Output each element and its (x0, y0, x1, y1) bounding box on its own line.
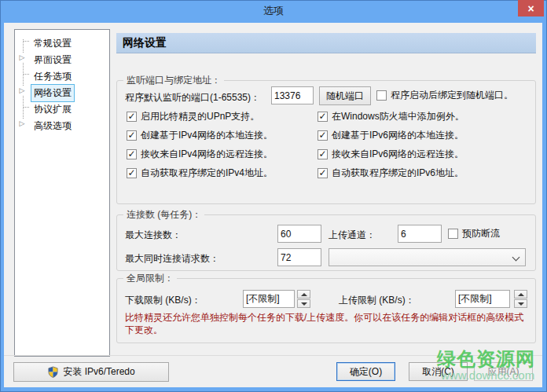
random-port-button[interactable]: 随机端口 (319, 86, 371, 105)
tree-expander-icon[interactable]: ▷ (17, 119, 27, 128)
install-ipv6-teredo-button[interactable]: 安装 IPv6/Teredo (13, 362, 169, 382)
port-input[interactable] (271, 86, 314, 104)
checkbox-box[interactable] (318, 112, 328, 122)
checkbox-box[interactable] (127, 149, 137, 159)
upload-limit-spinner (514, 290, 527, 308)
tree-leaf-connector (23, 41, 29, 42)
checkbox-label: 程序启动后绑定到随机端口。 (391, 90, 513, 101)
sidebar-item-network[interactable]: ▷ 网络设置 (15, 82, 109, 99)
checkbox-box[interactable] (127, 130, 137, 141)
upload-slots-input[interactable] (398, 225, 442, 243)
sidebar-item-tasks[interactable]: 任务选项 (15, 66, 109, 82)
max-requests-label: 最大同时连接请求数： (125, 253, 219, 264)
checkbox-label: 创建基于IPv6网络的本地连接。 (332, 130, 464, 141)
checkbox-label: 在Windows防火墙中添加例外。 (332, 111, 464, 122)
tree-leaf-connector (23, 107, 29, 108)
spin-up-button[interactable] (514, 290, 527, 299)
arrow-down-icon (301, 302, 307, 306)
port-label: 程序默认监听的端口(1-65535)： (125, 92, 260, 103)
checkbox-box[interactable] (318, 168, 328, 178)
arrow-up-icon (301, 293, 307, 296)
checkbox-box[interactable] (127, 168, 137, 178)
spin-up-button[interactable] (297, 290, 310, 299)
checkbox-ipv6-local[interactable]: 创建基于IPv6网络的本地连接。 (318, 130, 464, 141)
random-port-label: 随机端口 (326, 90, 364, 103)
page-title: 网络设置 (116, 33, 536, 53)
chevron-down-icon (512, 254, 520, 262)
dialog-client-area: 常规设置 ▷ 界面设置 任务选项 ▷ 网络设置 协议扩展 ▷ 高级选项 (4, 23, 542, 387)
checkbox-anti-leech[interactable]: 预防断流 (448, 228, 500, 239)
sidebar-item-protocol[interactable]: 协议扩展 (15, 99, 109, 115)
download-limit-label: 下载限制 (KB/s)： (125, 295, 201, 306)
checkbox-ipv4-remote[interactable]: 接收来自IPv4网络的远程连接。 (127, 148, 273, 159)
sidebar-item-interface[interactable]: ▷ 界面设置 (15, 49, 109, 66)
max-connections-label: 最大连接数： (125, 229, 182, 240)
options-dialog: 选项 × 常规设置 ▷ 界面设置 任务选项 ▷ 网络设置 (0, 0, 547, 392)
ok-button[interactable]: 确定(O) (336, 362, 395, 381)
download-limit-input[interactable] (243, 290, 295, 308)
arrow-down-icon (518, 302, 524, 306)
checkbox-label: 接收来自IPv4网络的远程连接。 (141, 148, 273, 159)
spin-down-button[interactable] (514, 299, 527, 308)
page-header: 网络设置 (116, 33, 536, 53)
group-global-limit: 全局限制： 下载限制 (KB/s)： 上传限制 (KB/s)： 比特精灵还允许您… (116, 278, 536, 343)
checkbox-label: 自动获取程序绑定的IPv4地址。 (141, 167, 273, 178)
group-caption: 监听端口与绑定地址： (123, 75, 224, 86)
checkbox-box[interactable] (376, 90, 387, 101)
per-task-limit-note: 比特精灵还允许您单独控制每个任务的下载/上传速度。你可以在该任务的编辑对话框的高… (125, 311, 530, 336)
tree-expander-icon[interactable]: ▷ (17, 86, 27, 95)
checkbox-ipv6-remote[interactable]: 接收来自IPv6网络的远程连接。 (318, 148, 464, 159)
tree-expander-icon[interactable]: ▷ (17, 53, 27, 62)
group-connections: 连接数 (每任务)： 最大连接数： 上传通道： 预防断流 最大同时连接请求数： (116, 214, 536, 271)
checkbox-firewall-exception[interactable]: 在Windows防火墙中添加例外。 (318, 111, 464, 122)
checkbox-label: 启用比特精灵的UPnP支持。 (141, 111, 259, 122)
sidebar-item-label[interactable]: 高级选项 (31, 117, 75, 135)
checkbox-bind-random-port[interactable]: 程序启动后绑定到随机端口。 (376, 90, 513, 101)
upload-limit-input[interactable] (455, 290, 510, 308)
upload-slots-label: 上传通道： (329, 229, 376, 240)
checkbox-ipv4-address[interactable]: 自动获取程序绑定的IPv4地址。 (127, 167, 273, 178)
combobox-value (329, 251, 332, 262)
checkbox-box[interactable] (318, 149, 328, 159)
titlebar[interactable]: 选项 × (0, 0, 547, 23)
checkbox-box[interactable] (318, 130, 328, 141)
checkbox-box[interactable] (127, 112, 137, 122)
close-icon: × (527, 2, 534, 15)
checkbox-label: 预防断流 (462, 228, 500, 239)
tree-leaf-connector (23, 74, 29, 75)
checkbox-box[interactable] (448, 229, 458, 239)
sidebar-item-advanced[interactable]: ▷ 高级选项 (15, 115, 109, 132)
upload-limit-label: 上传限制 (KB/s)： (339, 295, 415, 306)
group-caption: 连接数 (每任务)： (123, 209, 204, 220)
cancel-button-label: 取消(C) (422, 365, 454, 379)
sidebar-item-general[interactable]: 常规设置 (15, 33, 109, 49)
checkbox-label: 自动获取程序绑定的IPv6地址。 (332, 167, 464, 178)
checkbox-ipv4-local[interactable]: 创建基于IPv4网络的本地连接。 (127, 130, 273, 141)
checkbox-label: 创建基于IPv4网络的本地连接。 (141, 130, 273, 141)
max-requests-input[interactable] (277, 248, 321, 266)
cancel-button[interactable]: 取消(C) (409, 362, 468, 381)
checkbox-upnp[interactable]: 启用比特精灵的UPnP支持。 (127, 111, 259, 122)
checkbox-ipv6-address[interactable]: 自动获取程序绑定的IPv6地址。 (318, 167, 464, 178)
group-listen-port: 监听端口与绑定地址： 程序默认监听的端口(1-65535)： 随机端口 程序启动… (116, 80, 536, 204)
close-button[interactable]: × (518, 0, 544, 16)
max-connections-input[interactable] (277, 225, 321, 243)
apply-button: 应用(A) (474, 362, 533, 381)
settings-tree: 常规设置 ▷ 界面设置 任务选项 ▷ 网络设置 协议扩展 ▷ 高级选项 (14, 29, 110, 357)
apply-button-label: 应用(A) (488, 365, 519, 379)
download-limit-spinner (297, 290, 310, 308)
bind-address-combobox[interactable] (329, 248, 526, 266)
checkbox-label: 接收来自IPv6网络的远程连接。 (332, 148, 464, 159)
install-button-label: 安装 IPv6/Teredo (63, 365, 134, 379)
uac-shield-icon (47, 366, 59, 378)
ok-button-label: 确定(O) (350, 365, 382, 379)
spin-down-button[interactable] (297, 299, 310, 308)
footer-divider (4, 355, 542, 356)
group-caption: 全局限制： (123, 273, 177, 284)
arrow-up-icon (518, 293, 524, 296)
window-title: 选项 (0, 4, 547, 18)
